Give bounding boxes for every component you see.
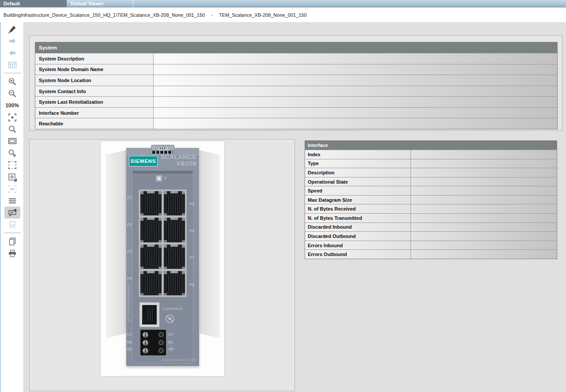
camera-tripod-icon [8, 220, 17, 230]
table-row: Operational State [305, 177, 557, 186]
back-arrow-icon [8, 48, 17, 58]
device-panel: SIEMENS SCALANCE XB208 F [29, 139, 295, 391]
pan-view-button[interactable] [4, 171, 20, 183]
port-label: P1 [127, 196, 132, 200]
terminal-hole [158, 332, 164, 337]
table-row: System Description [35, 53, 557, 64]
table-row: Discarded Inbound [305, 222, 557, 232]
row-label: System Last Reinitialization [35, 97, 154, 107]
main-area: 100% [0, 22, 566, 392]
terminal-hole [158, 348, 164, 353]
din-rail-clip [151, 145, 174, 151]
row-value [411, 168, 557, 177]
pen-button[interactable] [4, 23, 20, 35]
table-row: Index [305, 150, 557, 159]
search-icon [8, 124, 17, 134]
region-select-icon [8, 184, 17, 194]
row-label: Reachable [35, 118, 154, 129]
left-toolbar: 100% [1, 22, 24, 392]
zoom-out-button[interactable] [4, 87, 20, 99]
row-value [154, 53, 557, 64]
row-label: Errors Inbound [305, 241, 411, 250]
row-value [411, 250, 557, 259]
zoom-level-button[interactable]: 100% [4, 99, 20, 111]
terminal-screw [143, 348, 148, 354]
center-view-button[interactable] [4, 111, 20, 123]
interface-table-header: Interface [305, 141, 557, 150]
terminal-label-l2: L2+ [168, 332, 174, 336]
row-label: Index [305, 150, 411, 159]
zoom-in-button[interactable] [4, 75, 20, 87]
pan-view-icon [8, 172, 17, 182]
row-label: Operational State [305, 177, 411, 186]
search-button[interactable] [4, 123, 20, 135]
pen-icon [8, 24, 17, 34]
row-value [154, 64, 557, 75]
interface-table: Interface Index Type Description Operati… [305, 140, 557, 259]
terminal-row [140, 332, 166, 338]
no-phone-icon [165, 314, 175, 324]
part-number: 6GK5 208-0BA00-2TB2 [162, 358, 196, 362]
port-block [138, 189, 187, 298]
product-model: XB208 [161, 160, 197, 167]
copy-page-button[interactable] [4, 235, 20, 247]
rj45-port [140, 245, 162, 269]
tab-textual-viewer[interactable]: Textual Viewer [67, 0, 133, 7]
row-value [411, 177, 557, 186]
rj45-port [164, 245, 185, 269]
ground-icon [127, 347, 132, 352]
selection-frame-button[interactable] [4, 159, 20, 171]
selection-frame-icon [8, 160, 17, 170]
table-row: Interface Number [35, 107, 557, 118]
filter-sliders-button[interactable] [4, 59, 20, 71]
zoom-level-label: 100% [5, 102, 19, 109]
zoom-selection-button[interactable] [4, 147, 20, 159]
row-value [411, 196, 557, 204]
fit-window-icon [8, 136, 17, 146]
row-label: Description [305, 168, 411, 177]
row-value [411, 204, 557, 213]
row-value [154, 86, 557, 97]
row-value [411, 214, 557, 222]
zoom-selection-icon [8, 148, 17, 158]
rj45-port [164, 218, 185, 242]
row-label: Speed [305, 186, 411, 195]
ground-icon [168, 347, 174, 352]
row-value [411, 223, 557, 232]
forward-arrow-icon [8, 36, 17, 46]
terminal-label-l1: L1+ [127, 332, 133, 336]
annotation-comment-button[interactable] [4, 207, 20, 219]
breadcrumb-path: BuildingInfrastructure_Device_Scalance_1… [4, 12, 205, 18]
row-label: System Node Domain Name [35, 64, 154, 75]
annotation-comment-icon [8, 208, 17, 218]
forward-button[interactable] [4, 35, 20, 47]
row-label: Discarded Outbound [305, 232, 411, 241]
region-select-button[interactable] [4, 183, 20, 195]
layers-list-button[interactable] [4, 195, 20, 207]
terminal-row [140, 348, 166, 354]
system-panel: System System Description System Node Do… [29, 35, 562, 131]
print-button[interactable] [4, 247, 20, 259]
breadcrumb-title: TEM_Scalance_XB-208_None_001_150 [219, 12, 307, 18]
terminal-label-m1: M1 [127, 340, 132, 344]
rj45-port [140, 271, 162, 295]
rj45-port [164, 191, 185, 215]
lan-only-note: P1 TO P8 FOR LAN ONLY [127, 283, 130, 321]
row-label: Interface Number [35, 108, 154, 118]
zoom-out-icon [8, 89, 17, 98]
port-label: P7 [189, 256, 194, 260]
back-button[interactable] [4, 47, 20, 59]
port-label: P3 [127, 249, 132, 254]
table-row: Max Datagram Size [305, 195, 557, 204]
row-value [411, 241, 557, 250]
camera-tripod-button[interactable] [4, 219, 20, 230]
fit-window-button[interactable] [4, 135, 20, 147]
center-view-icon [8, 113, 17, 122]
port-label: P4 [127, 276, 132, 281]
layers-list-icon [8, 196, 17, 206]
terminal-row [140, 340, 166, 346]
tab-default[interactable]: Default [0, 0, 67, 7]
product-line: SCALANCE [161, 154, 197, 160]
row-value [411, 150, 557, 159]
row-value [154, 118, 557, 129]
